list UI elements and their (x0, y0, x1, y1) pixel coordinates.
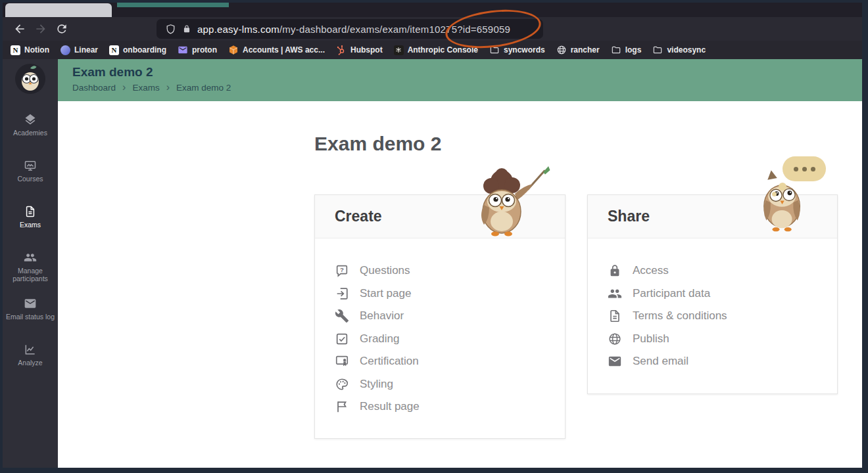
breadcrumb: Dashboard › Exams › Exam demo 2 (72, 82, 862, 93)
certificate-icon (335, 354, 349, 369)
question-bubble-icon (335, 263, 349, 278)
sidebar-menu: Academies Courses Exams Manage participa… (3, 113, 58, 389)
sidebar-item-analyze[interactable]: Analyze (3, 343, 58, 389)
easy-lms-logo[interactable] (14, 63, 46, 95)
card-item-questions[interactable]: Questions (335, 259, 545, 282)
card-item-send-email[interactable]: Send email (608, 350, 817, 373)
card-item-access[interactable]: Access (608, 259, 817, 282)
bookmark-proton[interactable]: proton (178, 45, 217, 55)
linear-icon (60, 45, 70, 55)
card-item-publish[interactable]: Publish (608, 328, 817, 351)
sidebar-item-academies[interactable]: Academies (3, 113, 58, 159)
forward-button[interactable] (30, 18, 51, 39)
card-item-grading[interactable]: Grading (335, 328, 545, 351)
notion-icon: N (11, 45, 20, 55)
file-icon (24, 205, 37, 218)
folder-icon (652, 45, 663, 55)
reload-icon (55, 22, 68, 35)
arrow-left-icon (13, 22, 26, 35)
wrench-icon (335, 309, 349, 323)
url-domain: app.easy-lms.com (197, 24, 279, 35)
palette-icon (335, 377, 349, 392)
back-button[interactable] (9, 18, 30, 39)
chart-icon (24, 343, 37, 356)
document-icon (608, 309, 622, 323)
header-title: Exam demo 2 (72, 65, 862, 79)
folder-icon (489, 45, 500, 55)
people-icon (608, 286, 622, 301)
card-item-participant-data[interactable]: Participant data (608, 282, 817, 305)
bookmark-videosync[interactable]: videosync (652, 45, 706, 55)
chevron-right-icon: › (166, 82, 170, 93)
bookmark-linear[interactable]: Linear (60, 45, 98, 55)
sidebar-item-email-status-log[interactable]: Email status log (3, 297, 58, 343)
sidebar-item-exams[interactable]: Exams (3, 205, 58, 251)
card-item-terms-conditions[interactable]: Terms & conditions (608, 305, 817, 328)
breadcrumb-dashboard[interactable]: Dashboard (72, 83, 116, 93)
breadcrumb-current: Exam demo 2 (176, 83, 231, 93)
navigation-toolbar: app.easy-lms.com/my-dashboard/exams/exam… (3, 17, 862, 41)
sidebar-item-courses[interactable]: Courses (3, 159, 58, 205)
anthropic-spark-icon (394, 45, 404, 55)
page-header: Exam demo 2 Dashboard › Exams › Exam dem… (58, 59, 862, 101)
checkbox-check-icon (335, 332, 349, 346)
bookmark-hubspot[interactable]: Hubspot (336, 45, 383, 55)
card-item-start-page[interactable]: Start page (335, 282, 545, 305)
card-item-behavior[interactable]: Behavior (335, 305, 545, 328)
owl-mascot-painter (460, 164, 559, 242)
tab-strip (3, 3, 862, 17)
layers-icon (24, 113, 37, 126)
hubspot-sprocket-icon (336, 45, 347, 55)
bookmark-syncwords[interactable]: syncwords (489, 45, 545, 55)
bookmark-notion[interactable]: N Notion (11, 45, 49, 55)
envelope-icon (24, 297, 37, 310)
bookmarks-bar: N Notion Linear N onboarding proton Acco… (3, 41, 862, 59)
card-item-styling[interactable]: Styling (335, 373, 545, 396)
sidebar-item-manage-participants[interactable]: Manage participants (3, 251, 58, 297)
url-id: 659059 (477, 24, 510, 35)
bookmark-onboarding[interactable]: N onboarding (109, 45, 166, 55)
browser-window: app.easy-lms.com/my-dashboard/exams/exam… (3, 3, 862, 468)
thought-bubble-dot (772, 192, 777, 196)
envelope-icon (608, 354, 622, 369)
url-path: /my-dashboard/exams/exam/item10275?id= (279, 24, 477, 35)
url-text: app.easy-lms.com/my-dashboard/exams/exam… (197, 24, 510, 35)
folder-icon (611, 45, 621, 55)
bookmark-anthropic[interactable]: Anthropic Console (394, 45, 478, 55)
reload-button[interactable] (51, 18, 72, 39)
breadcrumb-exams[interactable]: Exams (132, 83, 159, 93)
bookmark-aws[interactable]: Accounts | AWS acc... (228, 45, 325, 55)
proton-mail-icon (178, 45, 188, 55)
notion-icon: N (109, 45, 119, 55)
arrow-right-icon (34, 22, 47, 35)
lock-icon[interactable] (182, 24, 191, 34)
card-item-result-page[interactable]: Result page (335, 395, 545, 418)
chevron-right-icon: › (122, 82, 126, 93)
main-content: Exam demo 2 Dashboard › Exams › Exam dem… (58, 59, 862, 468)
people-icon (24, 251, 37, 264)
page-title: Exam demo 2 (314, 133, 441, 155)
bookmark-logs[interactable]: logs (611, 45, 642, 55)
globe-icon (608, 332, 622, 346)
globe-icon (556, 45, 567, 55)
bookmark-rancher[interactable]: rancher (556, 45, 600, 55)
easy-lms-app: Academies Courses Exams Manage participa… (3, 59, 862, 468)
shield-icon[interactable] (165, 24, 176, 35)
browser-tab[interactable] (5, 3, 112, 17)
login-arrow-icon (335, 286, 349, 301)
url-bar[interactable]: app.easy-lms.com/my-dashboard/exams/exam… (157, 19, 543, 39)
flag-icon (335, 399, 349, 414)
lock-icon (608, 263, 622, 278)
sidebar: Academies Courses Exams Manage participa… (3, 59, 58, 468)
thought-bubble (783, 156, 826, 181)
thought-bubble-dot (779, 183, 786, 191)
tab-accent-bar (117, 3, 229, 7)
browser-chrome: app.easy-lms.com/my-dashboard/exams/exam… (3, 3, 862, 59)
aws-cube-icon (228, 45, 239, 55)
screen-icon (24, 159, 37, 172)
card-item-certification[interactable]: Certification (335, 350, 545, 373)
